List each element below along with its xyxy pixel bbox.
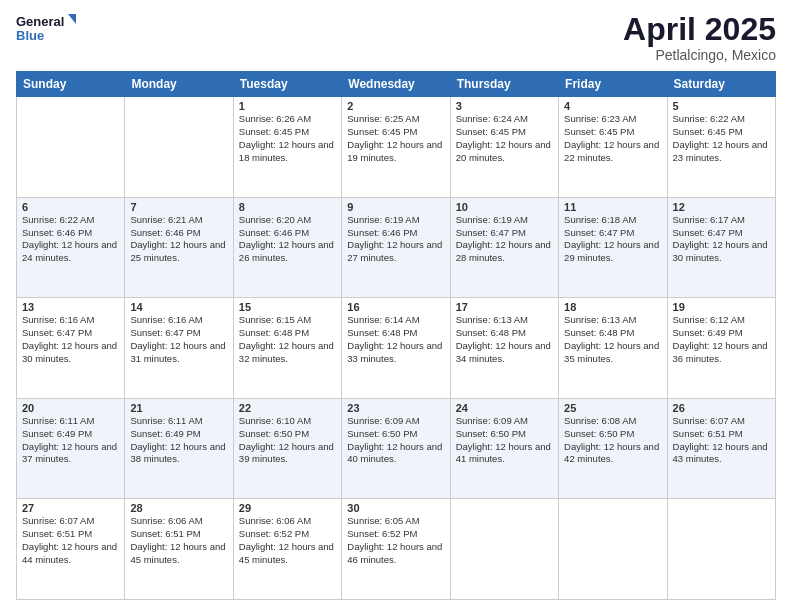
day-cell: 25Sunrise: 6:08 AMSunset: 6:50 PMDayligh… (559, 398, 667, 499)
day-number: 4 (564, 100, 661, 112)
header-row: SundayMondayTuesdayWednesdayThursdayFrid… (17, 72, 776, 97)
day-cell: 10Sunrise: 6:19 AMSunset: 6:47 PMDayligh… (450, 197, 558, 298)
day-info: Sunrise: 6:13 AMSunset: 6:48 PMDaylight:… (456, 314, 551, 363)
svg-text:General: General (16, 14, 64, 29)
day-number: 24 (456, 402, 553, 414)
day-number: 12 (673, 201, 770, 213)
day-info: Sunrise: 6:12 AMSunset: 6:49 PMDaylight:… (673, 314, 768, 363)
day-info: Sunrise: 6:09 AMSunset: 6:50 PMDaylight:… (456, 415, 551, 464)
day-info: Sunrise: 6:11 AMSunset: 6:49 PMDaylight:… (130, 415, 225, 464)
day-cell: 24Sunrise: 6:09 AMSunset: 6:50 PMDayligh… (450, 398, 558, 499)
day-cell: 30Sunrise: 6:05 AMSunset: 6:52 PMDayligh… (342, 499, 450, 600)
day-cell (559, 499, 667, 600)
day-cell: 13Sunrise: 6:16 AMSunset: 6:47 PMDayligh… (17, 298, 125, 399)
day-cell (450, 499, 558, 600)
day-number: 27 (22, 502, 119, 514)
day-number: 23 (347, 402, 444, 414)
logo: General Blue (16, 12, 76, 48)
day-info: Sunrise: 6:09 AMSunset: 6:50 PMDaylight:… (347, 415, 442, 464)
day-cell: 16Sunrise: 6:14 AMSunset: 6:48 PMDayligh… (342, 298, 450, 399)
day-number: 18 (564, 301, 661, 313)
week-row-3: 13Sunrise: 6:16 AMSunset: 6:47 PMDayligh… (17, 298, 776, 399)
day-cell: 3Sunrise: 6:24 AMSunset: 6:45 PMDaylight… (450, 97, 558, 198)
col-header-monday: Monday (125, 72, 233, 97)
day-cell (17, 97, 125, 198)
day-number: 19 (673, 301, 770, 313)
day-cell: 2Sunrise: 6:25 AMSunset: 6:45 PMDaylight… (342, 97, 450, 198)
day-number: 26 (673, 402, 770, 414)
week-row-1: 1Sunrise: 6:26 AMSunset: 6:45 PMDaylight… (17, 97, 776, 198)
day-cell: 17Sunrise: 6:13 AMSunset: 6:48 PMDayligh… (450, 298, 558, 399)
day-number: 14 (130, 301, 227, 313)
day-info: Sunrise: 6:17 AMSunset: 6:47 PMDaylight:… (673, 214, 768, 263)
day-info: Sunrise: 6:19 AMSunset: 6:47 PMDaylight:… (456, 214, 551, 263)
day-number: 5 (673, 100, 770, 112)
header: General Blue April 2025 Petlalcingo, Mex… (16, 12, 776, 63)
page: General Blue April 2025 Petlalcingo, Mex… (0, 0, 792, 612)
day-cell: 9Sunrise: 6:19 AMSunset: 6:46 PMDaylight… (342, 197, 450, 298)
day-number: 6 (22, 201, 119, 213)
day-number: 20 (22, 402, 119, 414)
day-number: 28 (130, 502, 227, 514)
day-info: Sunrise: 6:13 AMSunset: 6:48 PMDaylight:… (564, 314, 659, 363)
day-info: Sunrise: 6:21 AMSunset: 6:46 PMDaylight:… (130, 214, 225, 263)
subtitle: Petlalcingo, Mexico (623, 47, 776, 63)
day-number: 8 (239, 201, 336, 213)
day-number: 1 (239, 100, 336, 112)
day-info: Sunrise: 6:23 AMSunset: 6:45 PMDaylight:… (564, 113, 659, 162)
day-info: Sunrise: 6:16 AMSunset: 6:47 PMDaylight:… (22, 314, 117, 363)
day-number: 22 (239, 402, 336, 414)
col-header-friday: Friday (559, 72, 667, 97)
day-info: Sunrise: 6:22 AMSunset: 6:46 PMDaylight:… (22, 214, 117, 263)
day-cell: 5Sunrise: 6:22 AMSunset: 6:45 PMDaylight… (667, 97, 775, 198)
svg-marker-2 (68, 14, 76, 24)
day-info: Sunrise: 6:06 AMSunset: 6:51 PMDaylight:… (130, 515, 225, 564)
day-number: 13 (22, 301, 119, 313)
day-number: 17 (456, 301, 553, 313)
day-number: 10 (456, 201, 553, 213)
day-cell: 15Sunrise: 6:15 AMSunset: 6:48 PMDayligh… (233, 298, 341, 399)
logo-svg: General Blue (16, 12, 76, 48)
day-info: Sunrise: 6:26 AMSunset: 6:45 PMDaylight:… (239, 113, 334, 162)
day-cell: 21Sunrise: 6:11 AMSunset: 6:49 PMDayligh… (125, 398, 233, 499)
day-cell: 12Sunrise: 6:17 AMSunset: 6:47 PMDayligh… (667, 197, 775, 298)
title-block: April 2025 Petlalcingo, Mexico (623, 12, 776, 63)
day-number: 7 (130, 201, 227, 213)
day-info: Sunrise: 6:22 AMSunset: 6:45 PMDaylight:… (673, 113, 768, 162)
day-cell: 28Sunrise: 6:06 AMSunset: 6:51 PMDayligh… (125, 499, 233, 600)
col-header-sunday: Sunday (17, 72, 125, 97)
day-number: 21 (130, 402, 227, 414)
day-info: Sunrise: 6:24 AMSunset: 6:45 PMDaylight:… (456, 113, 551, 162)
col-header-wednesday: Wednesday (342, 72, 450, 97)
day-cell (125, 97, 233, 198)
col-header-thursday: Thursday (450, 72, 558, 97)
day-info: Sunrise: 6:14 AMSunset: 6:48 PMDaylight:… (347, 314, 442, 363)
day-cell: 20Sunrise: 6:11 AMSunset: 6:49 PMDayligh… (17, 398, 125, 499)
week-row-2: 6Sunrise: 6:22 AMSunset: 6:46 PMDaylight… (17, 197, 776, 298)
day-info: Sunrise: 6:15 AMSunset: 6:48 PMDaylight:… (239, 314, 334, 363)
day-cell: 19Sunrise: 6:12 AMSunset: 6:49 PMDayligh… (667, 298, 775, 399)
week-row-4: 20Sunrise: 6:11 AMSunset: 6:49 PMDayligh… (17, 398, 776, 499)
svg-text:Blue: Blue (16, 28, 44, 43)
day-cell: 18Sunrise: 6:13 AMSunset: 6:48 PMDayligh… (559, 298, 667, 399)
day-number: 2 (347, 100, 444, 112)
day-info: Sunrise: 6:20 AMSunset: 6:46 PMDaylight:… (239, 214, 334, 263)
week-row-5: 27Sunrise: 6:07 AMSunset: 6:51 PMDayligh… (17, 499, 776, 600)
day-number: 16 (347, 301, 444, 313)
day-number: 30 (347, 502, 444, 514)
day-info: Sunrise: 6:05 AMSunset: 6:52 PMDaylight:… (347, 515, 442, 564)
day-cell: 26Sunrise: 6:07 AMSunset: 6:51 PMDayligh… (667, 398, 775, 499)
main-title: April 2025 (623, 12, 776, 47)
day-info: Sunrise: 6:06 AMSunset: 6:52 PMDaylight:… (239, 515, 334, 564)
day-number: 9 (347, 201, 444, 213)
day-number: 29 (239, 502, 336, 514)
day-info: Sunrise: 6:08 AMSunset: 6:50 PMDaylight:… (564, 415, 659, 464)
calendar-table: SundayMondayTuesdayWednesdayThursdayFrid… (16, 71, 776, 600)
day-cell: 14Sunrise: 6:16 AMSunset: 6:47 PMDayligh… (125, 298, 233, 399)
day-info: Sunrise: 6:16 AMSunset: 6:47 PMDaylight:… (130, 314, 225, 363)
day-cell: 23Sunrise: 6:09 AMSunset: 6:50 PMDayligh… (342, 398, 450, 499)
day-cell: 1Sunrise: 6:26 AMSunset: 6:45 PMDaylight… (233, 97, 341, 198)
day-number: 15 (239, 301, 336, 313)
day-info: Sunrise: 6:07 AMSunset: 6:51 PMDaylight:… (673, 415, 768, 464)
day-cell: 11Sunrise: 6:18 AMSunset: 6:47 PMDayligh… (559, 197, 667, 298)
